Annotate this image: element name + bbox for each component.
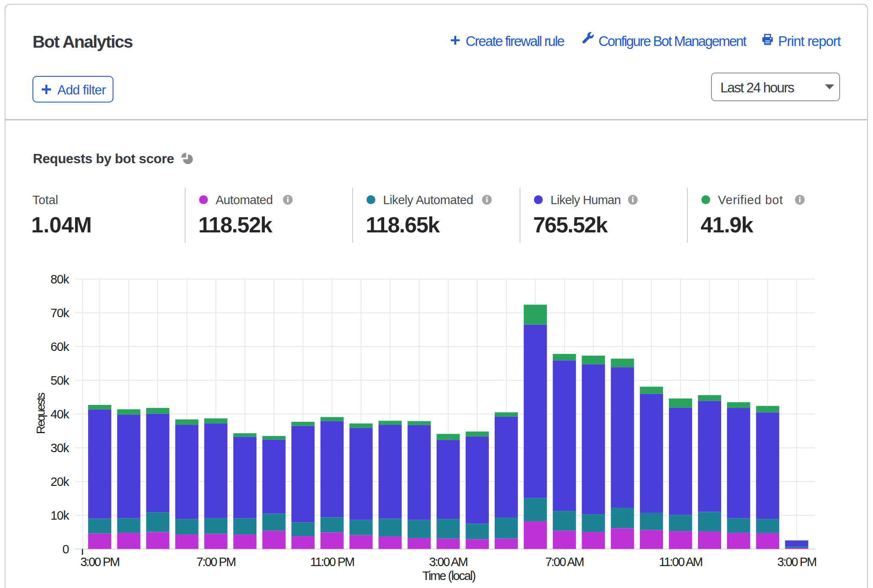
- svg-text:7:00 AM: 7:00 AM: [545, 555, 583, 569]
- svg-text:70k: 70k: [51, 306, 70, 320]
- svg-text:10k: 10k: [51, 509, 70, 522]
- svg-text:50k: 50k: [51, 374, 70, 387]
- svg-text:30k: 30k: [51, 441, 70, 455]
- svg-text:Time (local): Time (local): [422, 569, 475, 583]
- svg-text:80k: 80k: [51, 272, 70, 286]
- svg-text:11:00 PM: 11:00 PM: [310, 555, 354, 569]
- svg-text:Requests: Requests: [34, 393, 47, 434]
- svg-text:11:00 AM: 11:00 AM: [659, 555, 702, 569]
- svg-text:3:00 PM: 3:00 PM: [777, 555, 816, 569]
- svg-text:0: 0: [62, 542, 69, 556]
- svg-text:3:00 AM: 3:00 AM: [429, 555, 467, 569]
- svg-text:60k: 60k: [51, 340, 70, 353]
- svg-text:7:00 PM: 7:00 PM: [197, 555, 235, 569]
- svg-text:20k: 20k: [51, 475, 70, 488]
- svg-text:40k: 40k: [51, 407, 70, 421]
- svg-text:3:00 PM: 3:00 PM: [80, 555, 119, 569]
